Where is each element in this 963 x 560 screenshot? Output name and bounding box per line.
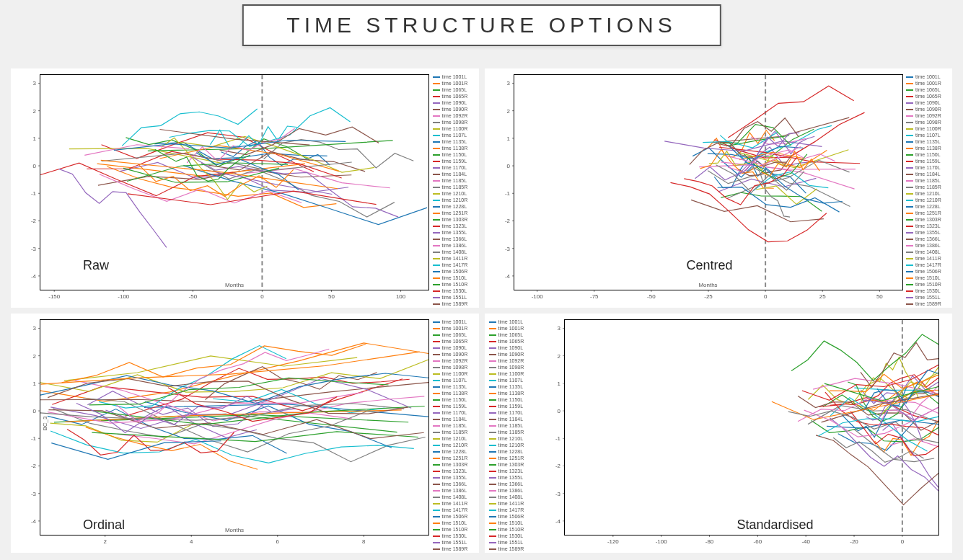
legend-item: time 1210R: [906, 197, 949, 203]
svg-text:-80: -80: [705, 538, 713, 545]
legend-label: time 1228L: [442, 449, 467, 455]
legend-label: time 1100R: [498, 371, 524, 377]
legend-label: time 1170L: [915, 165, 941, 171]
legend-swatch: [433, 76, 440, 78]
legend-swatch: [489, 445, 496, 446]
legend-swatch: [433, 141, 440, 143]
legend-label: time 1185L: [498, 423, 524, 429]
plot-ordinal: 2468-4-3-2-10123: [40, 320, 428, 535]
legend-swatch: [433, 419, 440, 420]
legend-item: time 1251R: [433, 455, 476, 461]
legend-label: time 1417R: [915, 262, 941, 268]
legend-label: time 1251R: [442, 455, 468, 461]
legend-swatch: [489, 393, 496, 394]
legend-swatch: [906, 122, 913, 123]
svg-text:-120: -120: [607, 538, 618, 545]
legend-swatch: [433, 89, 440, 91]
legend-label: time 1065L: [442, 87, 467, 93]
legend-label: time 1506R: [915, 269, 941, 275]
legend-label: time 1589R: [442, 546, 468, 552]
legend-label: time 1506R: [442, 514, 468, 520]
legend-item: time 1170L: [906, 165, 949, 171]
legend-swatch: [906, 102, 913, 104]
legend-item: time 1228L: [906, 204, 949, 210]
legend-swatch: [433, 96, 440, 97]
legend-label: time 1551L: [915, 295, 941, 301]
legend-label: time 1510R: [442, 282, 468, 288]
legend-label: time 1159L: [442, 159, 467, 164]
legend-swatch: [433, 477, 440, 479]
legend-label: time 1138R: [498, 391, 524, 396]
legend-swatch: [433, 219, 440, 221]
legend-item: time 1417R: [906, 262, 949, 268]
legend-label: time 1185L: [442, 178, 467, 184]
legend-swatch: [489, 321, 496, 323]
series-line: [201, 163, 395, 217]
legend-label: time 1417R: [442, 507, 468, 513]
legend-item: time 1251R: [433, 210, 476, 216]
legend-swatch: [433, 412, 440, 414]
legend-label: time 1107L: [442, 133, 467, 138]
legend-item: time 1135L: [906, 139, 949, 145]
series-line: [64, 356, 357, 381]
legend-centred: time 1001Ltime 1001Rtime 1065Ltime 1065R…: [906, 74, 949, 308]
legend-swatch: [433, 425, 440, 427]
series-line: [145, 401, 392, 448]
legend-label: time 1098R: [442, 120, 468, 125]
legend-item: time 1411R: [489, 501, 532, 507]
legend-swatch: [433, 328, 440, 329]
legend-item: time 1210L: [433, 436, 476, 442]
legend-item: time 1210L: [489, 436, 532, 442]
legend-swatch: [906, 96, 913, 97]
legend-swatch: [906, 265, 913, 266]
legend-item: time 1090L: [433, 345, 476, 351]
svg-text:3: 3: [33, 80, 37, 86]
legend-swatch: [433, 367, 440, 368]
legend-item: time 1098R: [433, 120, 476, 125]
legend-item: time 1323L: [433, 468, 476, 474]
legend-label: time 1100R: [442, 126, 468, 132]
legend-label: time 1355L: [442, 475, 467, 481]
legend-label: time 1355L: [915, 230, 941, 236]
legend-label: time 1098R: [442, 365, 468, 370]
legend-swatch: [433, 239, 440, 240]
legend-swatch: [489, 412, 496, 414]
legend-swatch: [433, 380, 440, 381]
legend-label: time 1065R: [915, 94, 941, 99]
legend-swatch: [489, 425, 496, 427]
legend-label: time 1366L: [915, 236, 941, 242]
legend-item: time 1098R: [906, 120, 949, 125]
legend-swatch: [433, 174, 440, 175]
series-line: [128, 191, 377, 205]
legend-swatch: [906, 141, 913, 143]
chart-grid: -150-100-50050100-4-3-2-10123 Months Raw…: [11, 68, 952, 553]
svg-text:-2: -2: [504, 218, 510, 224]
legend-label: time 1090L: [915, 100, 941, 106]
legend-swatch: [433, 161, 440, 162]
legend-label: time 1366L: [498, 481, 524, 487]
legend-label: time 1408L: [442, 494, 467, 500]
slide-title-box: TIME STRUCTURE OPTIONS: [242, 4, 721, 46]
legend-swatch: [433, 109, 440, 110]
legend-item: time 1185R: [489, 430, 532, 435]
legend-swatch: [489, 523, 496, 524]
svg-text:4: 4: [190, 538, 193, 545]
series-line: [788, 411, 938, 443]
series-line: [122, 109, 258, 146]
legend-label: time 1185L: [442, 423, 467, 429]
svg-text:-4: -4: [31, 518, 37, 525]
legend-item: time 1107L: [906, 133, 949, 138]
legend-swatch: [433, 393, 440, 394]
svg-text:2: 2: [103, 538, 107, 545]
svg-text:-4: -4: [31, 273, 37, 280]
legend-item: time 1510R: [433, 282, 476, 288]
legend-swatch: [489, 490, 496, 492]
legend-swatch: [906, 258, 913, 259]
legend-swatch: [433, 548, 440, 550]
legend-label: time 1135L: [915, 139, 941, 145]
xlabel-centred: Months: [698, 282, 717, 288]
legend-label: time 1551L: [442, 540, 467, 546]
legend-label: time 1303R: [442, 217, 468, 223]
legend-item: time 1159L: [489, 404, 532, 409]
legend-item: time 1506R: [906, 269, 949, 275]
